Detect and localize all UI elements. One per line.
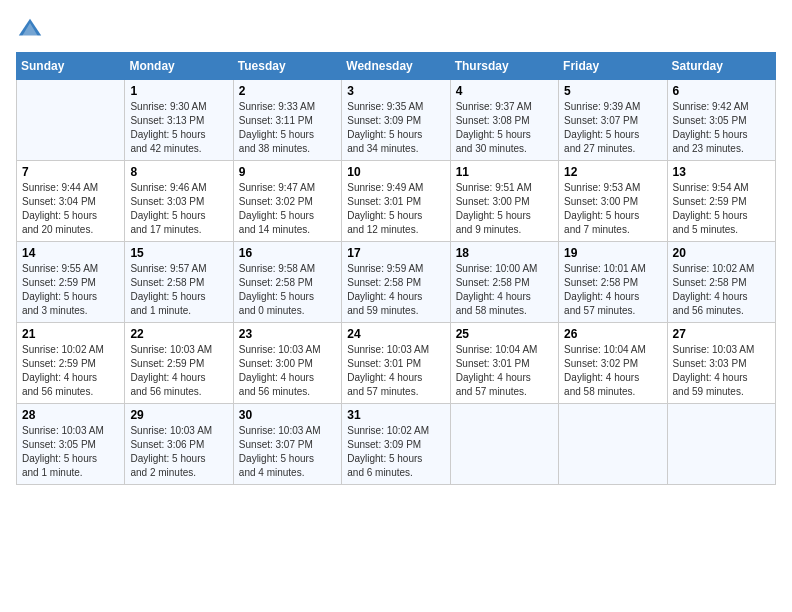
calendar-cell: 20Sunrise: 10:02 AM Sunset: 2:58 PM Dayl… bbox=[667, 242, 775, 323]
day-info: Sunrise: 9:37 AM Sunset: 3:08 PM Dayligh… bbox=[456, 100, 553, 156]
day-info: Sunrise: 9:44 AM Sunset: 3:04 PM Dayligh… bbox=[22, 181, 119, 237]
day-number: 12 bbox=[564, 165, 661, 179]
calendar-cell: 14Sunrise: 9:55 AM Sunset: 2:59 PM Dayli… bbox=[17, 242, 125, 323]
calendar-cell: 2Sunrise: 9:33 AM Sunset: 3:11 PM Daylig… bbox=[233, 80, 341, 161]
calendar-cell: 7Sunrise: 9:44 AM Sunset: 3:04 PM Daylig… bbox=[17, 161, 125, 242]
day-number: 17 bbox=[347, 246, 444, 260]
calendar-header-tuesday: Tuesday bbox=[233, 53, 341, 80]
day-number: 18 bbox=[456, 246, 553, 260]
day-number: 29 bbox=[130, 408, 227, 422]
day-info: Sunrise: 10:03 AM Sunset: 3:06 PM Daylig… bbox=[130, 424, 227, 480]
day-number: 28 bbox=[22, 408, 119, 422]
calendar-cell: 16Sunrise: 9:58 AM Sunset: 2:58 PM Dayli… bbox=[233, 242, 341, 323]
day-info: Sunrise: 10:02 AM Sunset: 2:59 PM Daylig… bbox=[22, 343, 119, 399]
calendar-header-friday: Friday bbox=[559, 53, 667, 80]
day-info: Sunrise: 9:53 AM Sunset: 3:00 PM Dayligh… bbox=[564, 181, 661, 237]
day-info: Sunrise: 9:57 AM Sunset: 2:58 PM Dayligh… bbox=[130, 262, 227, 318]
calendar-header-row: SundayMondayTuesdayWednesdayThursdayFrid… bbox=[17, 53, 776, 80]
logo bbox=[16, 16, 48, 44]
calendar-cell bbox=[17, 80, 125, 161]
day-number: 22 bbox=[130, 327, 227, 341]
calendar-cell: 27Sunrise: 10:03 AM Sunset: 3:03 PM Dayl… bbox=[667, 323, 775, 404]
calendar-cell: 10Sunrise: 9:49 AM Sunset: 3:01 PM Dayli… bbox=[342, 161, 450, 242]
day-number: 1 bbox=[130, 84, 227, 98]
day-number: 7 bbox=[22, 165, 119, 179]
day-number: 9 bbox=[239, 165, 336, 179]
day-info: Sunrise: 9:47 AM Sunset: 3:02 PM Dayligh… bbox=[239, 181, 336, 237]
day-number: 11 bbox=[456, 165, 553, 179]
day-info: Sunrise: 10:01 AM Sunset: 2:58 PM Daylig… bbox=[564, 262, 661, 318]
calendar-week-row: 21Sunrise: 10:02 AM Sunset: 2:59 PM Dayl… bbox=[17, 323, 776, 404]
day-number: 26 bbox=[564, 327, 661, 341]
day-number: 8 bbox=[130, 165, 227, 179]
day-info: Sunrise: 10:00 AM Sunset: 2:58 PM Daylig… bbox=[456, 262, 553, 318]
calendar-cell: 23Sunrise: 10:03 AM Sunset: 3:00 PM Dayl… bbox=[233, 323, 341, 404]
calendar-cell: 6Sunrise: 9:42 AM Sunset: 3:05 PM Daylig… bbox=[667, 80, 775, 161]
logo-icon bbox=[16, 16, 44, 44]
day-info: Sunrise: 10:03 AM Sunset: 3:05 PM Daylig… bbox=[22, 424, 119, 480]
calendar-cell: 1Sunrise: 9:30 AM Sunset: 3:13 PM Daylig… bbox=[125, 80, 233, 161]
day-number: 13 bbox=[673, 165, 770, 179]
calendar-cell: 26Sunrise: 10:04 AM Sunset: 3:02 PM Dayl… bbox=[559, 323, 667, 404]
calendar-cell: 3Sunrise: 9:35 AM Sunset: 3:09 PM Daylig… bbox=[342, 80, 450, 161]
day-info: Sunrise: 9:35 AM Sunset: 3:09 PM Dayligh… bbox=[347, 100, 444, 156]
calendar-week-row: 1Sunrise: 9:30 AM Sunset: 3:13 PM Daylig… bbox=[17, 80, 776, 161]
day-info: Sunrise: 9:58 AM Sunset: 2:58 PM Dayligh… bbox=[239, 262, 336, 318]
day-number: 3 bbox=[347, 84, 444, 98]
day-number: 27 bbox=[673, 327, 770, 341]
day-number: 21 bbox=[22, 327, 119, 341]
calendar-week-row: 14Sunrise: 9:55 AM Sunset: 2:59 PM Dayli… bbox=[17, 242, 776, 323]
day-number: 20 bbox=[673, 246, 770, 260]
day-number: 23 bbox=[239, 327, 336, 341]
calendar-header-monday: Monday bbox=[125, 53, 233, 80]
calendar-cell: 24Sunrise: 10:03 AM Sunset: 3:01 PM Dayl… bbox=[342, 323, 450, 404]
calendar-cell: 22Sunrise: 10:03 AM Sunset: 2:59 PM Dayl… bbox=[125, 323, 233, 404]
calendar-cell: 5Sunrise: 9:39 AM Sunset: 3:07 PM Daylig… bbox=[559, 80, 667, 161]
calendar-cell: 25Sunrise: 10:04 AM Sunset: 3:01 PM Dayl… bbox=[450, 323, 558, 404]
day-info: Sunrise: 9:30 AM Sunset: 3:13 PM Dayligh… bbox=[130, 100, 227, 156]
calendar-table: SundayMondayTuesdayWednesdayThursdayFrid… bbox=[16, 52, 776, 485]
day-number: 4 bbox=[456, 84, 553, 98]
calendar-cell: 15Sunrise: 9:57 AM Sunset: 2:58 PM Dayli… bbox=[125, 242, 233, 323]
day-info: Sunrise: 10:04 AM Sunset: 3:01 PM Daylig… bbox=[456, 343, 553, 399]
day-info: Sunrise: 10:03 AM Sunset: 2:59 PM Daylig… bbox=[130, 343, 227, 399]
calendar-cell: 18Sunrise: 10:00 AM Sunset: 2:58 PM Dayl… bbox=[450, 242, 558, 323]
day-info: Sunrise: 10:03 AM Sunset: 3:07 PM Daylig… bbox=[239, 424, 336, 480]
calendar-cell bbox=[559, 404, 667, 485]
calendar-cell: 12Sunrise: 9:53 AM Sunset: 3:00 PM Dayli… bbox=[559, 161, 667, 242]
day-info: Sunrise: 9:42 AM Sunset: 3:05 PM Dayligh… bbox=[673, 100, 770, 156]
day-info: Sunrise: 10:04 AM Sunset: 3:02 PM Daylig… bbox=[564, 343, 661, 399]
calendar-cell: 17Sunrise: 9:59 AM Sunset: 2:58 PM Dayli… bbox=[342, 242, 450, 323]
day-info: Sunrise: 9:55 AM Sunset: 2:59 PM Dayligh… bbox=[22, 262, 119, 318]
day-info: Sunrise: 9:54 AM Sunset: 2:59 PM Dayligh… bbox=[673, 181, 770, 237]
day-info: Sunrise: 10:02 AM Sunset: 3:09 PM Daylig… bbox=[347, 424, 444, 480]
day-info: Sunrise: 10:03 AM Sunset: 3:00 PM Daylig… bbox=[239, 343, 336, 399]
calendar-cell: 19Sunrise: 10:01 AM Sunset: 2:58 PM Dayl… bbox=[559, 242, 667, 323]
day-info: Sunrise: 10:02 AM Sunset: 2:58 PM Daylig… bbox=[673, 262, 770, 318]
day-number: 5 bbox=[564, 84, 661, 98]
calendar-week-row: 7Sunrise: 9:44 AM Sunset: 3:04 PM Daylig… bbox=[17, 161, 776, 242]
day-number: 10 bbox=[347, 165, 444, 179]
day-info: Sunrise: 9:33 AM Sunset: 3:11 PM Dayligh… bbox=[239, 100, 336, 156]
day-number: 6 bbox=[673, 84, 770, 98]
day-number: 2 bbox=[239, 84, 336, 98]
day-number: 15 bbox=[130, 246, 227, 260]
day-number: 14 bbox=[22, 246, 119, 260]
calendar-header-wednesday: Wednesday bbox=[342, 53, 450, 80]
calendar-header-thursday: Thursday bbox=[450, 53, 558, 80]
day-info: Sunrise: 9:46 AM Sunset: 3:03 PM Dayligh… bbox=[130, 181, 227, 237]
calendar-week-row: 28Sunrise: 10:03 AM Sunset: 3:05 PM Dayl… bbox=[17, 404, 776, 485]
day-number: 30 bbox=[239, 408, 336, 422]
calendar-cell: 13Sunrise: 9:54 AM Sunset: 2:59 PM Dayli… bbox=[667, 161, 775, 242]
calendar-header-saturday: Saturday bbox=[667, 53, 775, 80]
day-number: 19 bbox=[564, 246, 661, 260]
day-number: 31 bbox=[347, 408, 444, 422]
calendar-cell: 28Sunrise: 10:03 AM Sunset: 3:05 PM Dayl… bbox=[17, 404, 125, 485]
day-number: 24 bbox=[347, 327, 444, 341]
calendar-cell: 31Sunrise: 10:02 AM Sunset: 3:09 PM Dayl… bbox=[342, 404, 450, 485]
day-number: 16 bbox=[239, 246, 336, 260]
day-info: Sunrise: 9:39 AM Sunset: 3:07 PM Dayligh… bbox=[564, 100, 661, 156]
day-info: Sunrise: 10:03 AM Sunset: 3:01 PM Daylig… bbox=[347, 343, 444, 399]
day-number: 25 bbox=[456, 327, 553, 341]
page-header bbox=[16, 16, 776, 44]
